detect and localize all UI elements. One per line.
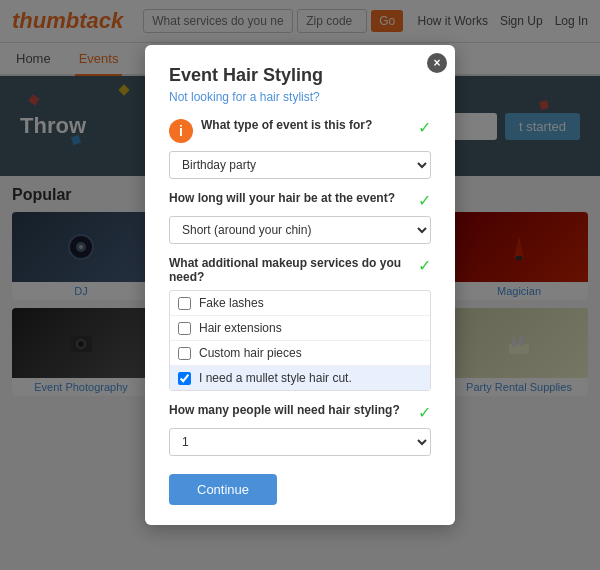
hair-extensions-label: Hair extensions <box>199 321 422 335</box>
fake-lashes-checkbox[interactable] <box>178 297 191 310</box>
question-4-row: How many people will need hair styling? … <box>169 403 431 422</box>
mullet-text-input[interactable] <box>199 371 422 385</box>
modal: × Event Hair Styling Not looking for a h… <box>145 45 455 525</box>
custom-hair-checkbox[interactable] <box>178 347 191 360</box>
checkbox-fake-lashes[interactable]: Fake lashes <box>170 291 430 316</box>
checkbox-custom-hair[interactable]: Custom hair pieces <box>170 341 430 366</box>
question-4-label: How many people will need hair styling? <box>169 403 412 417</box>
modal-overlay: × Event Hair Styling Not looking for a h… <box>0 0 600 570</box>
question-3-row: What additional makeup services do you n… <box>169 256 431 284</box>
checkbox-hair-extensions[interactable]: Hair extensions <box>170 316 430 341</box>
modal-title: Event Hair Styling <box>169 65 431 86</box>
close-button[interactable]: × <box>427 53 447 73</box>
question-4-select[interactable]: 1 <box>169 428 431 456</box>
question-3-check: ✓ <box>418 256 431 275</box>
hair-extensions-checkbox[interactable] <box>178 322 191 335</box>
question-2-check: ✓ <box>418 191 431 210</box>
checkbox-mullet[interactable] <box>170 366 430 390</box>
mullet-checkbox[interactable] <box>178 372 191 385</box>
question-1-label: What type of event is this for? <box>201 118 412 132</box>
info-icon: i <box>169 119 193 143</box>
question-2-row: How long will your hair be at the event?… <box>169 191 431 210</box>
fake-lashes-label: Fake lashes <box>199 296 422 310</box>
question-1-select[interactable]: Birthday party <box>169 151 431 179</box>
question-2-label: How long will your hair be at the event? <box>169 191 412 205</box>
question-2-select[interactable]: Short (around your chin) <box>169 216 431 244</box>
question-4-check: ✓ <box>418 403 431 422</box>
continue-button[interactable]: Continue <box>169 474 277 505</box>
checkbox-group: Fake lashes Hair extensions Custom hair … <box>169 290 431 391</box>
question-3-label: What additional makeup services do you n… <box>169 256 412 284</box>
question-1-row: i What type of event is this for? ✓ <box>169 118 431 143</box>
question-1-check: ✓ <box>418 118 431 137</box>
custom-hair-label: Custom hair pieces <box>199 346 422 360</box>
modal-subtitle[interactable]: Not looking for a hair stylist? <box>169 90 431 104</box>
